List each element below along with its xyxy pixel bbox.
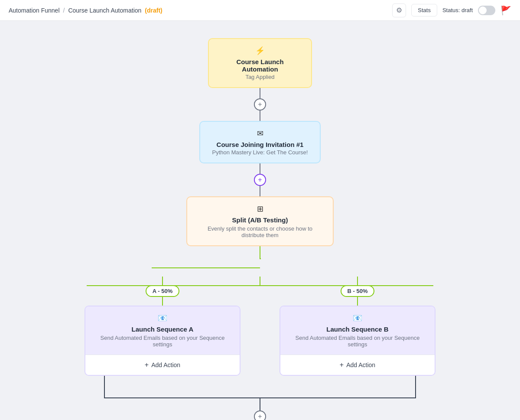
sequence-b-title: Launch Sequence B bbox=[289, 326, 426, 333]
header: Automation Funnel / Course Launch Automa… bbox=[0, 0, 520, 21]
plus-icon-b: + bbox=[340, 361, 344, 369]
connector-3 bbox=[260, 163, 260, 174]
add-button-1[interactable]: + bbox=[254, 98, 266, 111]
sequence-a-footer: + Add Action bbox=[85, 355, 240, 375]
connector-2 bbox=[260, 111, 260, 121]
sequence-b-subtitle: Send Automated Emails based on your Sequ… bbox=[289, 335, 426, 348]
sequence-b-node[interactable]: 📧 Launch Sequence B Send Automated Email… bbox=[280, 306, 436, 376]
breadcrumb-current-page: Course Launch Automation bbox=[68, 7, 141, 14]
add-button-3[interactable]: + bbox=[254, 410, 266, 420]
branch-b-connector bbox=[357, 297, 358, 306]
breadcrumb: Automation Funnel / Course Launch Automa… bbox=[9, 7, 162, 14]
add-button-2[interactable]: + bbox=[254, 174, 266, 186]
split-node[interactable]: ⊞ Split (A/B Testing) Evenly split the c… bbox=[186, 196, 334, 246]
split-subtitle: Evenly split the contacts or choose how … bbox=[198, 225, 322, 238]
email-node[interactable]: ✉ Course Joining Invitation #1 Python Ma… bbox=[199, 121, 321, 163]
sequence-a-title: Launch Sequence A bbox=[94, 326, 231, 333]
status-label: Status: draft bbox=[442, 7, 473, 13]
split-icon: ⊞ bbox=[198, 204, 322, 214]
trigger-title: Course Launch Automation bbox=[219, 58, 301, 73]
trigger-subtitle: Tag Applied bbox=[219, 74, 301, 80]
add-action-b-button[interactable]: + Add Action bbox=[289, 361, 426, 369]
trigger-icon: ⚡ bbox=[219, 46, 301, 55]
sequence-a-icon: 📧 bbox=[94, 313, 231, 323]
breadcrumb-separator: / bbox=[63, 7, 65, 14]
email-icon: ✉ bbox=[211, 129, 309, 138]
header-actions: ⚙ Stats Status: draft 🚩 bbox=[392, 3, 511, 17]
sequence-b-body: 📧 Launch Sequence B Send Automated Email… bbox=[280, 306, 435, 355]
add-action-a-label: Add Action bbox=[151, 361, 180, 368]
gear-icon: ⚙ bbox=[396, 6, 402, 14]
flag-icon[interactable]: 🚩 bbox=[500, 5, 511, 16]
connector-1 bbox=[260, 88, 260, 98]
branch-a-connector bbox=[162, 297, 163, 306]
sequence-a-node[interactable]: 📧 Launch Sequence A Send Automated Email… bbox=[84, 306, 240, 376]
branch-b-column: B - 50% 📧 Launch Sequence B Send Automat… bbox=[260, 277, 455, 376]
sequence-b-footer: + Add Action bbox=[280, 355, 435, 375]
stats-button[interactable]: Stats bbox=[411, 4, 437, 16]
split-section: A - 50% 📧 Launch Sequence A Send Automat… bbox=[0, 246, 520, 410]
branch-b-label: B - 50% bbox=[341, 285, 375, 297]
breadcrumb-automation-funnel[interactable]: Automation Funnel bbox=[9, 7, 60, 14]
sequence-a-body: 📧 Launch Sequence A Send Automated Email… bbox=[85, 306, 240, 355]
draft-label: (draft) bbox=[145, 7, 162, 14]
email-title: Course Joining Invitation #1 bbox=[211, 141, 309, 148]
add-action-b-label: Add Action bbox=[346, 361, 375, 368]
add-action-a-button[interactable]: + Add Action bbox=[94, 361, 231, 369]
sequence-a-subtitle: Send Automated Emails based on your Sequ… bbox=[94, 335, 231, 348]
trigger-node[interactable]: ⚡ Course Launch Automation Tag Applied bbox=[208, 38, 312, 88]
connector-4 bbox=[260, 186, 260, 196]
gear-button[interactable]: ⚙ bbox=[392, 3, 406, 17]
branch-a-column: A - 50% 📧 Launch Sequence A Send Automat… bbox=[65, 277, 260, 376]
automation-canvas: ⚡ Course Launch Automation Tag Applied +… bbox=[0, 21, 520, 420]
status-toggle[interactable] bbox=[478, 6, 495, 15]
branch-a-label: A - 50% bbox=[146, 285, 179, 297]
sequence-b-icon: 📧 bbox=[289, 313, 426, 323]
plus-icon-a: + bbox=[145, 361, 149, 369]
email-subtitle: Python Mastery Live: Get The Course! bbox=[211, 149, 309, 156]
split-title: Split (A/B Testing) bbox=[198, 216, 322, 224]
